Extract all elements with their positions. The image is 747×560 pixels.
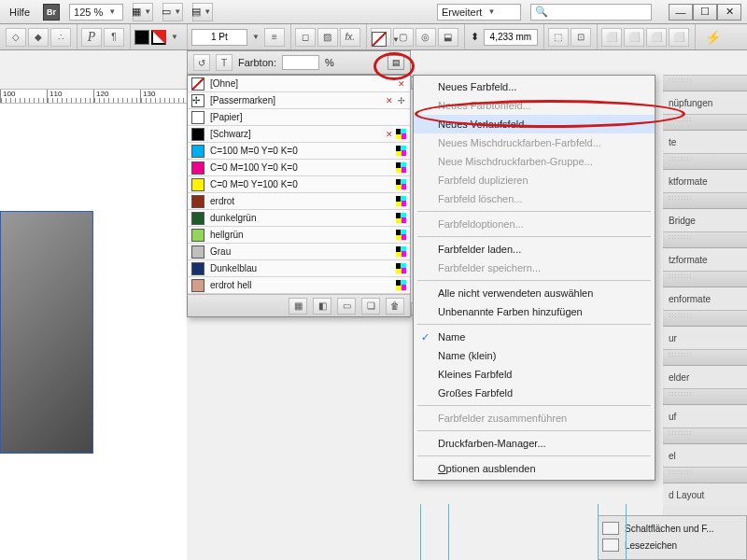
swatch-row[interactable]: [Papier] [188,109,410,126]
select-container-icon[interactable]: ⬚ [548,28,569,47]
menu-item[interactable]: Großes Farbfeld [414,384,655,402]
panel-tab[interactable]: :::::::: [663,271,747,287]
stroke-swatch[interactable] [151,30,166,45]
panel-tab[interactable]: :::::::: [663,75,747,91]
swatch-row[interactable]: hellgrün [188,227,410,244]
align-2-icon[interactable]: ⬜ [624,28,644,47]
swatch-row[interactable]: C=0 M=100 Y=0 K=0 [188,160,410,176]
panel-bookmarks[interactable]: Lesezeichen [602,537,742,553]
select-content-icon[interactable]: ⊡ [571,28,591,47]
menu-item[interactable]: Druckfarben-Manager... [414,434,655,453]
maximize-button[interactable]: ☐ [693,4,717,21]
menu-item[interactable]: Name (klein) [414,346,655,365]
menu-item[interactable]: Neues Verlaufsfeld... [414,115,655,133]
menu-separator [417,430,651,431]
stroke-weight-input[interactable] [191,29,247,46]
formatting-target-icon[interactable]: T [216,54,233,71]
panel-tab[interactable]: :::::::: [663,231,747,248]
panel-tab[interactable]: :::::::: [663,153,747,170]
menu-item[interactable]: Unbenannte Farben hinzufügen [414,302,655,321]
swatch-chip [191,229,204,242]
menu-item[interactable]: Optionen ausblenden [414,459,655,478]
menu-item[interactable]: Kleines Farbfeld [414,365,655,384]
link-icon[interactable]: ⬍ [469,31,482,43]
bridge-icon[interactable]: Br [43,4,60,21]
menu-item[interactable]: Alle nicht verwendeten auswählen [414,284,655,302]
panel-flyout-button[interactable]: ▤ [388,55,404,70]
mini-none-swatch[interactable] [372,32,387,47]
panel-label[interactable]: nüpfungen [663,91,747,114]
stroke-style-button[interactable]: ≡ [264,28,285,47]
new-swatch-button[interactable]: ▭ [337,298,356,315]
panel-tab[interactable]: :::::::: [663,467,747,483]
drop-shadow-icon[interactable]: ▨ [317,28,338,47]
panel-label[interactable]: el [663,444,747,467]
panel-tab[interactable]: :::::::: [663,310,747,327]
panel-label[interactable]: d Layout [663,483,747,506]
swatch-row[interactable]: ✢[Passermarken]✢ [188,92,410,109]
swatch-row[interactable]: erdrot [188,193,410,210]
swatch-row[interactable]: Grau [188,244,410,260]
menu-item[interactable]: Neues Farbfeld... [414,77,655,96]
show-swatch-kinds-button[interactable]: ▦ [289,298,307,315]
distribute-icon[interactable]: ∴ [50,28,71,47]
fill-swatch[interactable] [134,30,149,45]
search-input[interactable]: 🔍 [530,4,652,21]
align-4-icon[interactable]: ⬜ [669,28,689,47]
delete-swatch-button[interactable]: 🗑 [386,298,404,315]
selected-rectangle[interactable] [0,211,93,454]
panel-label[interactable]: enformate [663,287,747,310]
swap-fill-stroke-icon[interactable]: ↺ [193,54,210,71]
panel-label[interactable]: ktformate [663,170,747,192]
swatch-row[interactable]: [Ohne] [188,76,410,92]
screen-mode-button[interactable]: ▭▼ [162,3,183,21]
swatch-row[interactable]: erdrot hell [188,277,410,294]
panel-tab[interactable]: :::::::: [663,114,747,131]
new-color-group-button[interactable]: ❏ [361,298,380,315]
menu-item[interactable]: Farbfelder laden... [414,240,655,259]
align-3-icon[interactable]: ⬜ [646,28,667,47]
swatch-row[interactable]: Dunkelblau [188,260,410,277]
tint-input[interactable] [282,55,319,70]
swatch-row[interactable]: dunkelgrün [188,210,410,227]
effects-button[interactable]: fx. [340,28,360,47]
chevron-down-icon[interactable]: ▼ [249,33,262,41]
swatch-row[interactable]: C=0 M=0 Y=100 K=0 [188,176,410,193]
panel-tab[interactable]: :::::::: [663,388,747,405]
quick-apply-icon[interactable]: ⚡ [703,30,724,45]
arrange-button[interactable]: ▤▼ [192,3,213,21]
swatch-row[interactable]: C=100 M=0 Y=0 K=0 [188,143,410,160]
zoom-select[interactable]: 125 % ▼ [69,4,123,21]
chevron-down-icon[interactable]: ▼ [389,35,402,44]
chevron-down-icon[interactable]: ▼ [168,33,181,41]
canvas[interactable] [0,104,187,560]
new-gradient-button[interactable]: ◧ [313,298,331,315]
panel-label[interactable]: uf [663,405,747,427]
panel-buttons-and-forms[interactable]: Schaltflächen und F... [602,520,742,537]
panel-tab[interactable]: :::::::: [663,192,747,209]
close-button[interactable]: ✕ [717,4,741,21]
bottom-panel-group: Schaltflächen und F... Lesezeichen [598,515,747,560]
dimension-input[interactable] [484,29,538,46]
swatch-row[interactable]: [Schwarz] [188,126,410,143]
panel-tab[interactable]: :::::::: [663,427,747,444]
corner-options-icon[interactable]: ◻ [295,28,316,47]
minimize-button[interactable]: — [669,4,693,21]
panel-label[interactable]: Bridge [663,209,747,231]
convert-point-icon[interactable]: ◆ [28,28,49,47]
panel-label[interactable]: te [663,131,747,153]
panel-tab[interactable]: :::::::: [663,349,747,366]
panel-label[interactable]: ur [663,327,747,349]
menu-item[interactable]: ✓Name [414,328,655,346]
cmyk-icon [396,196,406,206]
align-1-icon[interactable]: ⬜ [601,28,622,47]
character-formatting-icon[interactable]: P [81,28,102,47]
menu-help[interactable]: Hilfe [6,3,34,21]
textwrap-jump-icon[interactable]: ⬓ [438,28,458,47]
paragraph-formatting-icon[interactable]: ¶ [104,28,124,47]
panel-label[interactable]: elder [663,366,747,388]
workspace-select[interactable]: Erweitert ▼ [437,4,521,21]
panel-label[interactable]: tzformate [663,248,747,271]
anchor-tool-icon[interactable]: ◇ [6,28,26,47]
view-options-button[interactable]: ▦▼ [133,3,153,21]
